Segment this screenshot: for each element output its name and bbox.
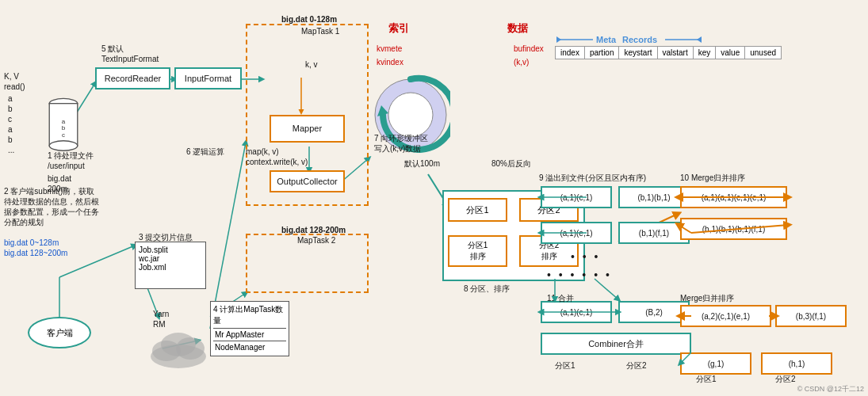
meta-records-table: index partion keystart valstart key valu…: [555, 46, 782, 59]
step9-label: 9 溢出到文件(分区且区内有序): [539, 173, 646, 183]
output-collector-box: OutputCollector: [270, 170, 345, 192]
split-label: 3 提交切片信息: [139, 232, 193, 242]
copyright: © CSDN @12千二12: [797, 385, 864, 394]
svg-point-40: [161, 333, 196, 356]
index-label: 索引: [388, 22, 409, 36]
data-label: 数据: [507, 22, 528, 36]
a1c1b-box: (a,1)(c,1): [541, 301, 612, 323]
part1-label: 分区1: [555, 360, 575, 371]
merge-part1-label: 分区1: [696, 374, 717, 384]
bigdat0-label: big.dat 0~128m: [4, 238, 59, 248]
svg-text:a: a: [62, 118, 66, 125]
partition1-box: 分区1: [448, 198, 507, 222]
client-ellipse: 客户端: [28, 317, 91, 348]
b3f1-box: (b,3)(f,1): [775, 305, 847, 327]
svg-text:b: b: [62, 124, 66, 131]
bigdat128-label: big.dat 128~200m: [4, 248, 67, 258]
write-buffer-label: 7 向环形缓冲区 写入(k,v)数据: [374, 133, 428, 154]
compute-box: 4 计算出MapTask数量 Mr AppMaster NodeManager: [210, 301, 289, 356]
dots1: • • •: [571, 249, 600, 264]
kv-label: K, Vread(): [4, 71, 25, 92]
merge-sort-label: Merge归并排序: [680, 293, 734, 303]
svg-marker-28: [556, 36, 561, 43]
part2-label: 分区2: [626, 360, 647, 371]
step10-label: 10 Merge归并排序: [680, 173, 745, 183]
combiner-box: Combiner合并: [541, 333, 691, 355]
svg-point-25: [388, 93, 433, 137]
b1f1-box: (b,1)(f,1): [618, 222, 690, 244]
a1c1-box: (a,1)(c,1): [541, 186, 612, 208]
record-reader-box: RecordReader: [95, 67, 170, 89]
mapper-box: Mapper: [270, 115, 345, 143]
meta-records-header: Meta Records: [555, 33, 703, 46]
b1b1-box: (b,1)(b,1): [618, 186, 690, 208]
kvmete-label: kvmete: [377, 44, 402, 54]
kvindex-label: kvindex: [377, 57, 403, 67]
file-label: a b c a b ...: [8, 93, 14, 155]
default100m-label: 默认100m: [404, 158, 440, 169]
file-cylinder: a b c: [44, 95, 83, 158]
yarn-label: YarnRM: [153, 309, 169, 329]
submit-label: 2 客户端submit()前，获取 待处理数据的信息，然后根 据参数配置，形成一…: [4, 186, 99, 227]
default-tif-label: 5 默认 TextInputFormat: [101, 44, 159, 64]
kvpair-label: (k,v): [514, 57, 529, 67]
maptask1-sublabel: MapTask 1: [301, 26, 339, 36]
split-info-box: Job.splitwc.jarJob.xml: [135, 242, 206, 289]
svg-point-19: [49, 141, 78, 150]
merge-part2-label: 分区2: [775, 374, 796, 384]
svg-line-12: [59, 246, 135, 277]
step8-label: 8 分区、排序: [464, 284, 510, 294]
a1e1-box: (a,1)(e,1): [541, 222, 612, 244]
mapkv-label: map(k, v) context.write(k, v): [246, 147, 308, 167]
pct80-label: 80%后反向: [491, 158, 531, 169]
merge10-right-box: (b,1)(b,1)(b,1)(f,1): [680, 218, 787, 240]
g1-box: (g,1): [680, 352, 751, 375]
diagram-container: a b c a b c a b ... K, Vread() 1 待处理文件/u…: [0, 0, 868, 396]
maptask2-sublabel: MapTask 2: [297, 235, 335, 246]
dots2: • • • • • •: [547, 268, 612, 282]
partition1-sort-box: 分区1排序: [448, 235, 507, 267]
merge10-left-box: (a,1)(a,1)(c,1)(e,1): [680, 186, 787, 208]
maptask1-label: big.dat 0-128m: [281, 14, 337, 25]
h1-box: (h,1): [761, 352, 832, 375]
input-format-box: InputFormat: [174, 67, 242, 89]
svg-marker-30: [697, 36, 702, 43]
step11-label: 11 合并: [547, 293, 574, 303]
maptask2-label: big.dat 128-200m: [281, 225, 346, 235]
a2c1e1-box: (a,2)(c,1)(e,1): [680, 305, 771, 327]
bufindex-label: bufindex: [514, 44, 544, 54]
b2-box: (B,2): [618, 301, 690, 323]
logic-op-label: 6 逻辑运算: [186, 147, 224, 157]
cloud-shape: [147, 329, 210, 370]
kv-arrow-label: k, v: [305, 59, 318, 70]
svg-text:c: c: [62, 131, 65, 139]
